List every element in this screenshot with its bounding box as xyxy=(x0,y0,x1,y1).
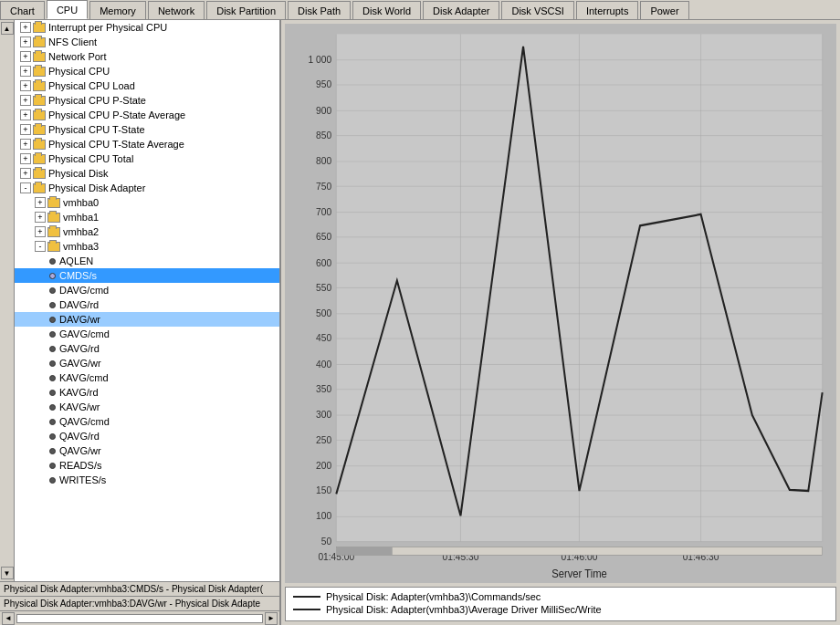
tree-item-network-port[interactable]: + Network Port xyxy=(15,49,279,64)
tree-item-vmhba0[interactable]: + vmhba0 xyxy=(15,195,279,210)
scroll-left-arrow[interactable]: ◄ xyxy=(2,612,15,625)
leaf-bullet xyxy=(49,390,56,396)
tree-item-interrupt-per-cpu[interactable]: + Interrupt per Physical CPU xyxy=(15,20,279,35)
tab-chart[interactable]: Chart xyxy=(0,1,45,19)
tree-item-physical-cpu[interactable]: + Physical CPU xyxy=(15,64,279,78)
vertical-scroll[interactable]: ▲ ▼ xyxy=(0,20,15,581)
expand-network-port[interactable]: + xyxy=(20,51,31,62)
expand-physical-disk[interactable]: + xyxy=(20,168,31,179)
scroll-down-arrow[interactable]: ▼ xyxy=(1,567,14,579)
expand-physical-disk-adapter[interactable]: - xyxy=(20,182,31,193)
svg-text:500: 500 xyxy=(316,307,331,319)
svg-text:600: 600 xyxy=(316,256,331,268)
expand-vmhba0[interactable]: + xyxy=(35,197,46,208)
expand-cpu-total[interactable]: + xyxy=(20,153,31,164)
item-label: WRITES/s xyxy=(59,474,106,485)
item-label: Physical CPU xyxy=(48,66,110,77)
tree-item-gavg-cmd[interactable]: GAVG/cmd xyxy=(15,327,279,341)
tree-container[interactable]: + Interrupt per Physical CPU + NFS Clien… xyxy=(15,20,279,581)
folder-icon xyxy=(33,37,46,47)
expand-cpu-pstate[interactable]: + xyxy=(20,95,31,106)
svg-text:300: 300 xyxy=(316,409,331,421)
tab-disk-world[interactable]: Disk World xyxy=(352,1,421,19)
tree-item-davg-cmd[interactable]: DAVG/cmd xyxy=(15,283,279,297)
tree-item-vmhba2[interactable]: + vmhba2 xyxy=(15,224,279,239)
tree-item-physical-cpu-pstate[interactable]: + Physical CPU P-State xyxy=(15,93,279,108)
tree-item-vmhba1[interactable]: + vmhba1 xyxy=(15,210,279,224)
svg-text:450: 450 xyxy=(316,332,331,344)
expand-physical-cpu-load[interactable]: + xyxy=(20,80,31,91)
tree-item-physical-cpu-total[interactable]: + Physical CPU Total xyxy=(15,151,279,166)
item-label: Physical CPU P-State xyxy=(48,95,146,106)
tree-item-writes[interactable]: WRITES/s xyxy=(15,473,279,487)
tab-disk-vscsi[interactable]: Disk VSCSI xyxy=(501,1,573,19)
tab-power[interactable]: Power xyxy=(640,1,688,19)
expand-vmhba2[interactable]: + xyxy=(35,226,46,237)
tree-item-physical-cpu-pstate-avg[interactable]: + Physical CPU P-State Average xyxy=(15,108,279,122)
tab-disk-partition[interactable]: Disk Partition xyxy=(206,1,286,19)
item-label: Physical CPU Total xyxy=(48,153,133,164)
folder-icon xyxy=(47,242,60,252)
tree-item-gavg-wr[interactable]: GAVG/wr xyxy=(15,356,279,370)
tree-item-qavg-rd[interactable]: QAVG/rd xyxy=(15,429,279,443)
item-label: DAVG/wr xyxy=(59,314,100,325)
tab-memory[interactable]: Memory xyxy=(89,1,146,19)
expand-physical-cpu[interactable]: + xyxy=(20,66,31,77)
expand-cpu-tstate[interactable]: + xyxy=(20,124,31,135)
item-label: KAVG/rd xyxy=(59,387,99,398)
item-label: NFS Client xyxy=(48,36,97,47)
tree-item-cmds[interactable]: CMDS/s xyxy=(15,268,279,283)
item-label: Interrupt per Physical CPU xyxy=(48,22,167,33)
tree-item-aqlen[interactable]: AQLEN xyxy=(15,254,279,268)
item-label: QAVG/wr xyxy=(59,445,101,456)
folder-icon xyxy=(33,81,46,91)
tree-item-davg-rd[interactable]: DAVG/rd xyxy=(15,297,279,312)
legend-text-1: Physical Disk: Adapter(vmhba3)\Commands/… xyxy=(326,591,541,602)
item-label: GAVG/rd xyxy=(59,343,100,354)
svg-text:200: 200 xyxy=(316,460,331,472)
status-bar-2: Physical Disk Adapter:vmhba3:DAVG/wr - P… xyxy=(0,596,279,610)
tree-item-gavg-rd[interactable]: GAVG/rd xyxy=(15,341,279,356)
tab-bar: Chart CPU Memory Network Disk Partition … xyxy=(0,0,840,20)
expand-cpu-pstate-avg[interactable]: + xyxy=(20,109,31,120)
tab-disk-adapter[interactable]: Disk Adapter xyxy=(423,1,499,19)
expand-cpu-tstate-avg[interactable]: + xyxy=(20,139,31,150)
tab-disk-path[interactable]: Disk Path xyxy=(288,1,351,19)
tree-item-reads[interactable]: READS/s xyxy=(15,458,279,473)
tree-item-qavg-wr[interactable]: QAVG/wr xyxy=(15,443,279,458)
tree-item-qavg-cmd[interactable]: QAVG/cmd xyxy=(15,414,279,429)
horizontal-scroll[interactable]: ◄ ► xyxy=(0,610,279,625)
right-panel: 50 100 150 200 250 300 350 400 450 500 5… xyxy=(281,20,840,625)
scroll-up-arrow[interactable]: ▲ xyxy=(1,22,14,35)
tree-item-davg-wr[interactable]: DAVG/wr xyxy=(15,312,279,327)
expand-interrupt-cpu[interactable]: + xyxy=(20,22,31,33)
svg-rect-53 xyxy=(336,547,392,555)
folder-icon xyxy=(33,154,46,164)
tree-item-kavg-wr[interactable]: KAVG/wr xyxy=(15,400,279,414)
legend-item-2: Physical Disk: Adapter(vmhba3)\Average D… xyxy=(293,604,828,615)
tree-item-physical-cpu-tstate-avg[interactable]: + Physical CPU T-State Average xyxy=(15,137,279,151)
expand-nfs-client[interactable]: + xyxy=(20,36,31,47)
item-label: Physical Disk Adapter xyxy=(48,182,145,193)
expand-vmhba1[interactable]: + xyxy=(35,212,46,223)
scroll-right-arrow[interactable]: ► xyxy=(265,612,278,625)
tree-item-physical-cpu-load[interactable]: + Physical CPU Load xyxy=(15,78,279,93)
status-text-2: Physical Disk Adapter:vmhba3:DAVG/wr - P… xyxy=(4,599,276,609)
tree-item-physical-disk-adapter[interactable]: - Physical Disk Adapter xyxy=(15,181,279,195)
folder-icon xyxy=(47,213,60,223)
svg-text:50: 50 xyxy=(321,535,331,547)
tree-item-kavg-cmd[interactable]: KAVG/cmd xyxy=(15,370,279,385)
legend-line-1 xyxy=(293,596,320,598)
item-label: GAVG/wr xyxy=(59,358,101,369)
item-label: KAVG/wr xyxy=(59,401,100,412)
tab-network[interactable]: Network xyxy=(148,1,205,19)
tab-cpu[interactable]: CPU xyxy=(47,0,88,19)
tree-item-vmhba3[interactable]: - vmhba3 xyxy=(15,239,279,254)
tab-interrupts[interactable]: Interrupts xyxy=(576,1,638,19)
svg-text:550: 550 xyxy=(316,281,331,293)
expand-vmhba3[interactable]: - xyxy=(35,241,46,252)
tree-item-physical-disk[interactable]: + Physical Disk xyxy=(15,166,279,181)
tree-item-physical-cpu-tstate[interactable]: + Physical CPU T-State xyxy=(15,122,279,137)
tree-item-nfs-client[interactable]: + NFS Client xyxy=(15,35,279,49)
tree-item-kavg-rd[interactable]: KAVG/rd xyxy=(15,385,279,400)
